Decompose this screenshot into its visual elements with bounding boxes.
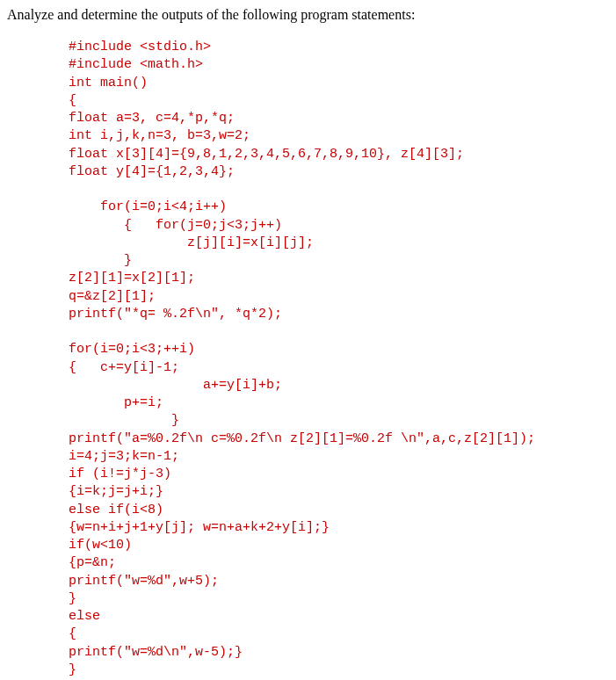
code-listing: #include <stdio.h> #include <math.h> int… (7, 39, 609, 679)
question-prompt: Analyze and determine the outputs of the… (7, 7, 609, 23)
page-container: Analyze and determine the outputs of the… (0, 0, 616, 680)
